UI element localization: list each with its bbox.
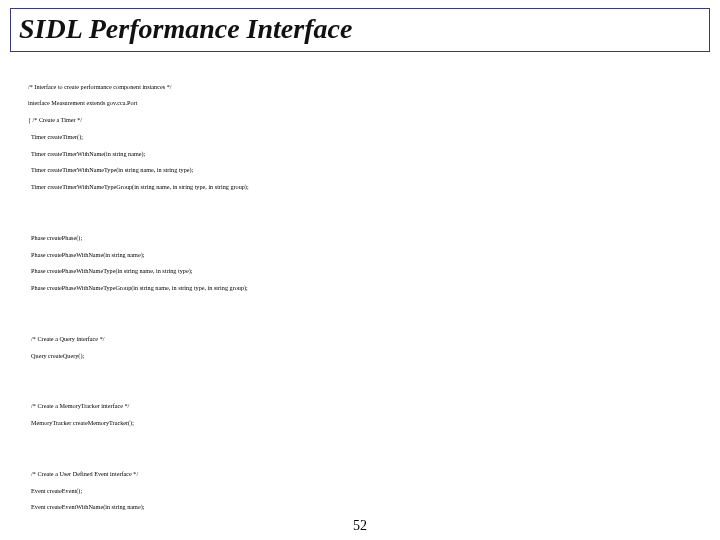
code-line: Timer createTimer();: [28, 133, 720, 141]
slide-title: SIDL Performance Interface: [19, 13, 701, 45]
code-line: Phase createPhase();: [28, 234, 720, 242]
code-listing: /* Interface to create performance compo…: [28, 66, 720, 540]
code-line: MemoryTracker createMemoryTracker();: [28, 419, 720, 427]
code-line: Query createQuery();: [28, 352, 720, 360]
code-line: Event createEventWithName(in string name…: [28, 503, 720, 511]
code-line: /* Create a MemoryTracker interface */: [28, 402, 720, 410]
page-number: 52: [353, 518, 367, 534]
code-line: Phase createPhaseWithName(in string name…: [28, 251, 720, 259]
code-block-measurement: /* Interface to create performance compo…: [28, 74, 720, 199]
code-line: /* Interface to create performance compo…: [28, 83, 720, 91]
code-block-event: /* Create a User Defined Event interface…: [28, 461, 720, 520]
code-line: Timer createTimerWithNameTypeGroup(in st…: [28, 183, 720, 191]
code-line: /* Create a User Defined Event interface…: [28, 470, 720, 478]
code-line: { /* Create a Timer */: [28, 116, 720, 124]
code-block-query: /* Create a Query interface */ Query cre…: [28, 326, 720, 368]
code-line: Timer createTimerWithName(in string name…: [28, 150, 720, 158]
code-line: interface Measurement extends gov.cca.Po…: [28, 99, 720, 107]
code-line: Event createEvent();: [28, 487, 720, 495]
code-line: Phase createPhaseWithNameTypeGroup(in st…: [28, 284, 720, 292]
code-line: Timer createTimerWithNameType(in string …: [28, 166, 720, 174]
code-line: Phase createPhaseWithNameType(in string …: [28, 267, 720, 275]
code-line: /* Create a Query interface */: [28, 335, 720, 343]
code-block-memtracker: /* Create a MemoryTracker interface */ M…: [28, 394, 720, 436]
title-bar: SIDL Performance Interface: [10, 8, 710, 52]
code-block-phase: Phase createPhase(); Phase createPhaseWi…: [28, 225, 720, 300]
